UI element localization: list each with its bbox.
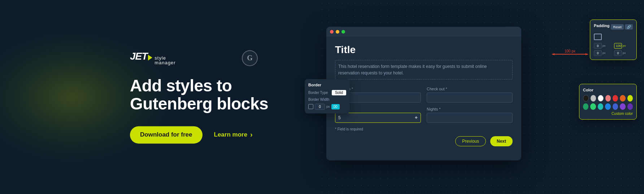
learn-more-label: Learn more [214,131,248,138]
logo-chevron-icon [148,55,152,60]
color-panel: Color Custom color [579,84,637,120]
padding-top-unit: px [602,44,605,47]
browser-titlebar [326,27,521,37]
arrow-indicator-container: 100 px ◄ ► [552,49,588,55]
color-swatches-row1 [583,95,633,102]
swatch-black[interactable] [583,95,589,102]
checkout-input[interactable] [427,92,513,103]
border-type-row: Border Type Solid [308,90,346,95]
padding-bottom-value[interactable]: 0 [594,50,602,56]
download-button[interactable]: Download for free [130,126,203,143]
swatch-yellow[interactable] [627,95,633,102]
arrow-label: 100 px [565,49,575,53]
padding-panel-title: Padding [594,23,609,28]
border-square-icon [308,104,313,109]
swatch-purple[interactable] [620,103,625,110]
padding-reset-button[interactable]: Reset [611,24,624,30]
swatch-lblue[interactable] [613,103,618,110]
swatch-white[interactable] [598,95,604,102]
form-row-guest: Guest * 5 ⌖ Nights * [335,107,513,123]
form-title: Title [335,44,513,56]
padding-left-unit: px [623,51,626,55]
padding-link-button[interactable]: 🔗 [625,24,633,30]
form-row-checkin: Check in * Check out * [335,87,513,103]
padding-top-value[interactable]: 0 [594,43,602,49]
form-group-checkout: Check out * [427,87,513,103]
guest-value: 5 [338,115,341,120]
swatch-dkgreen[interactable] [583,103,588,110]
swatch-dpurple[interactable] [627,103,633,110]
logo-area: JET style manager [130,51,282,65]
border-type-label: Border Type [308,91,328,95]
g-letter: G [247,54,253,62]
right-mockup: Title This hotel reservation form templa… [305,20,637,175]
padding-right-unit: px [623,44,626,47]
border-panel-title: Border [308,83,346,87]
browser-window: Title This hotel reservation form templa… [326,27,521,160]
next-button[interactable]: Next [490,136,513,146]
learn-more-button[interactable]: Learn more › [214,131,253,139]
swatch-pink[interactable] [605,95,611,102]
main-heading: Add styles to Gutenberg blocks [130,77,282,113]
nights-input[interactable] [427,113,513,123]
border-width-label: Border Width [308,98,329,102]
padding-input-top: 0 px [594,43,613,49]
padding-panel: Padding Reset 🔗 0 px 100 px 0 px 0 [590,20,637,60]
window-dot-red [330,30,334,34]
guest-select[interactable]: 5 ⌖ [335,113,421,123]
cursor-icon: ⌖ [415,115,418,121]
color-panel-title: Color [583,88,633,92]
window-dot-yellow [336,30,339,34]
padding-panel-header: Padding Reset 🔗 [594,23,633,31]
logo-jet-text: JET [130,51,147,62]
logo-sub: style manager [155,56,175,65]
window-dot-green [341,30,345,34]
swatch-lgray[interactable] [591,95,596,102]
gutenberg-icon: G [242,50,258,66]
padding-input-right: 100 px [614,43,633,49]
border-width-value[interactable]: 0 [315,104,325,110]
form-description: This hotel reservation form template mak… [335,60,513,79]
padding-icon-row [594,34,633,40]
border-width-row: Border Width [308,98,346,102]
form-actions: Previous Next [335,136,513,146]
custom-color-link[interactable]: Custom color [583,112,633,116]
padding-panel-buttons: Reset 🔗 [611,24,633,30]
padding-right-value[interactable]: 100 [614,43,622,49]
logo: JET style manager [130,51,176,65]
checkout-label: Check out * [427,87,513,91]
border-panel: Border Border Type Solid Border Width 0 … [305,79,350,113]
nights-label: Nights * [427,107,513,111]
swatch-teal[interactable] [598,103,603,110]
border-type-value[interactable]: Solid [332,90,346,95]
border-width-unit: px [326,105,330,108]
left-content: JET style manager Add styles to Gutenber… [130,51,282,143]
swatch-orange[interactable] [620,95,625,102]
browser-content: Title This hotel reservation form templa… [326,37,521,154]
border-width-input-row: 0 px 00 [308,104,346,110]
padding-left-value[interactable]: 0 [614,50,622,56]
padding-box-icon [594,34,602,40]
swatch-blue[interactable] [605,103,610,110]
cta-area: Download for free Learn more › [130,126,282,143]
previous-button[interactable]: Previous [455,136,486,146]
padding-inputs-grid: 0 px 100 px 0 px 0 px [594,43,633,56]
padding-input-bottom: 0 px [594,50,613,56]
g-circle: G [242,50,258,66]
logo-manager-text: manager [155,60,175,65]
arrow-line: ◄ ► [552,54,588,55]
border-btn-teal[interactable]: 00 [331,104,340,109]
learn-more-arrow: › [250,131,253,139]
color-swatches-row2 [583,103,633,110]
padding-bottom-unit: px [602,51,605,55]
heading-line2: Gutenberg blocks [130,95,268,113]
required-note: * Field is required [335,127,513,131]
swatch-green[interactable] [590,103,596,110]
padding-input-left: 0 px [614,50,633,56]
swatch-red[interactable] [613,95,618,102]
heading-line1: Add styles to [130,76,232,95]
form-group-nights: Nights * [427,107,513,123]
